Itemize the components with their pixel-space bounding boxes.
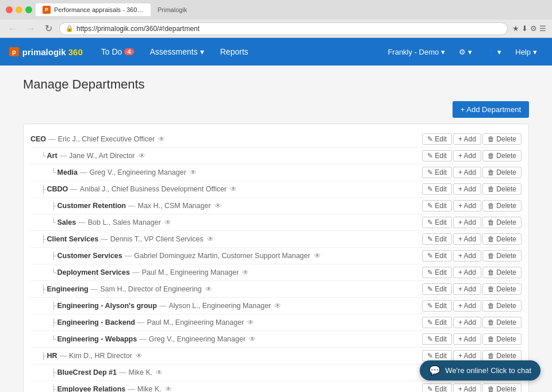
maximize-dot[interactable] <box>25 6 32 13</box>
add-button[interactable]: + Add <box>453 283 481 295</box>
dept-info: ├ Engineering — Sam H., Director of Engi… <box>30 285 422 293</box>
assessments-nav-item[interactable]: Assessments ▾ <box>143 44 211 60</box>
edit-button[interactable]: ✎ Edit <box>422 200 452 212</box>
edit-button[interactable]: ✎ Edit <box>422 150 452 162</box>
add-button[interactable]: + Add <box>453 233 481 245</box>
settings-menu[interactable]: ⚙ ▾ <box>453 45 478 59</box>
user-icon: 👤 <box>486 48 495 56</box>
help-menu[interactable]: Help ▾ <box>509 45 543 59</box>
delete-button[interactable]: 🗑 Delete <box>482 333 522 345</box>
dept-info: ├ Customer Services — Gabriel Dominguez … <box>30 252 422 260</box>
dept-manager: Jane W., Art Director <box>69 152 135 160</box>
add-button[interactable]: + Add <box>453 167 481 178</box>
eye-icon[interactable]: 👁 <box>136 352 143 360</box>
eye-icon[interactable]: 👁 <box>139 152 145 160</box>
add-button[interactable]: + Add <box>453 200 481 212</box>
add-button[interactable]: + Add <box>453 267 481 278</box>
add-button[interactable]: + Add <box>453 250 481 262</box>
add-button[interactable]: + Add <box>453 217 481 228</box>
dept-manager: Bob L., Sales Manager <box>88 218 161 226</box>
dept-name: HR <box>47 352 57 360</box>
delete-button[interactable]: 🗑 Delete <box>482 383 522 392</box>
reports-nav-item[interactable]: Reports <box>213 44 255 60</box>
close-dot[interactable] <box>6 6 13 13</box>
edit-button[interactable]: ✎ Edit <box>422 233 452 245</box>
add-button[interactable]: + Add <box>453 133 481 145</box>
dept-manager: Eric J., Chief Executive Officer <box>58 135 155 143</box>
eye-icon[interactable]: 👁 <box>249 335 256 343</box>
dept-actions: ✎ Edit+ Add🗑 Delete <box>422 283 522 295</box>
delete-button[interactable]: 🗑 Delete <box>482 217 522 228</box>
delete-button[interactable]: 🗑 Delete <box>482 250 522 262</box>
dept-info: └ Media — Greg V., Engineering Manager👁 <box>30 168 422 176</box>
tab-title: Performance appraisals - 360 ... <box>54 6 144 13</box>
table-row: CEO — Eric J., Chief Executive Officer👁✎… <box>30 131 522 148</box>
delete-button[interactable]: 🗑 Delete <box>482 350 522 362</box>
edit-button[interactable]: ✎ Edit <box>422 133 452 145</box>
eye-icon[interactable]: 👁 <box>274 302 281 310</box>
todo-nav-item[interactable]: To Do 4 <box>94 44 141 60</box>
tree-line-icon: ├ <box>41 235 46 243</box>
delete-button[interactable]: 🗑 Delete <box>482 233 522 245</box>
delete-button[interactable]: 🗑 Delete <box>482 267 522 278</box>
eye-icon[interactable]: 👁 <box>156 368 163 376</box>
eye-icon[interactable]: 👁 <box>314 252 321 260</box>
edit-button[interactable]: ✎ Edit <box>422 167 452 178</box>
departments-container: CEO — Eric J., Chief Executive Officer👁✎… <box>23 124 529 392</box>
dept-manager: Sam H., Director of Engineering <box>100 285 201 293</box>
edit-button[interactable]: ✎ Edit <box>422 300 452 312</box>
eye-icon[interactable]: 👁 <box>164 218 171 226</box>
add-button[interactable]: + Add <box>453 317 481 328</box>
dept-actions: ✎ Edit+ Add🗑 Delete <box>422 267 522 278</box>
eye-icon[interactable]: 👁 <box>242 268 249 276</box>
eye-icon[interactable]: 👁 <box>205 285 212 293</box>
add-button[interactable]: + Add <box>453 150 481 162</box>
add-button[interactable]: + Add <box>453 350 481 362</box>
eye-icon[interactable]: 👁 <box>247 318 254 326</box>
browser-tab[interactable]: P Performance appraisals - 360 ... <box>36 3 151 16</box>
add-button[interactable]: + Add <box>453 383 481 392</box>
forward-button[interactable]: → <box>24 22 38 35</box>
back-button[interactable]: ← <box>6 22 20 35</box>
delete-button[interactable]: 🗑 Delete <box>482 300 522 312</box>
edit-button[interactable]: ✎ Edit <box>422 183 452 195</box>
delete-button[interactable]: 🗑 Delete <box>482 200 522 212</box>
tree-line-icon: ├ <box>41 285 46 293</box>
edit-button[interactable]: ✎ Edit <box>422 283 452 295</box>
address-bar[interactable]: 🔒 https://primalogik.com/360/#!departmen… <box>59 22 508 35</box>
add-department-button[interactable]: + Add Department <box>453 101 529 118</box>
delete-button[interactable]: 🗑 Delete <box>482 283 522 295</box>
edit-button[interactable]: ✎ Edit <box>422 317 452 328</box>
eye-icon[interactable]: 👁 <box>230 185 237 193</box>
delete-button[interactable]: 🗑 Delete <box>482 183 522 195</box>
delete-button[interactable]: 🗑 Delete <box>482 150 522 162</box>
edit-button[interactable]: ✎ Edit <box>422 333 452 345</box>
profile-menu[interactable]: 👤 ▾ <box>480 45 507 59</box>
dept-actions: ✎ Edit+ Add🗑 Delete <box>422 200 522 212</box>
eye-icon[interactable]: 👁 <box>214 202 221 210</box>
minimize-dot[interactable] <box>16 6 22 13</box>
eye-icon[interactable]: 👁 <box>207 235 214 243</box>
table-row: ├ Client Services — Dennis T., VP Client… <box>30 231 522 248</box>
edit-button[interactable]: ✎ Edit <box>422 383 452 392</box>
edit-button[interactable]: ✎ Edit <box>422 350 452 362</box>
user-menu[interactable]: Frankly - Demo ▾ <box>382 45 451 59</box>
chat-widget[interactable]: 💬 We're online! Click to chat <box>420 360 540 381</box>
edit-button[interactable]: ✎ Edit <box>422 250 452 262</box>
delete-button[interactable]: 🗑 Delete <box>482 167 522 178</box>
refresh-button[interactable]: ↻ <box>43 22 55 35</box>
dept-manager: Greg V., Engineering Manager <box>149 335 246 343</box>
eye-icon[interactable]: 👁 <box>158 135 165 143</box>
eye-icon[interactable]: 👁 <box>190 168 197 176</box>
brand-icon: p <box>9 47 19 56</box>
add-button[interactable]: + Add <box>453 300 481 312</box>
delete-button[interactable]: 🗑 Delete <box>482 317 522 328</box>
add-button[interactable]: + Add <box>453 333 481 345</box>
edit-button[interactable]: ✎ Edit <box>422 217 452 228</box>
dept-name: Customer Retention <box>57 202 126 210</box>
eye-icon[interactable]: 👁 <box>165 385 172 392</box>
brand-logo[interactable]: p primalogik 360 <box>9 47 83 57</box>
edit-button[interactable]: ✎ Edit <box>422 267 452 278</box>
delete-button[interactable]: 🗑 Delete <box>482 133 522 145</box>
add-button[interactable]: + Add <box>453 183 481 195</box>
